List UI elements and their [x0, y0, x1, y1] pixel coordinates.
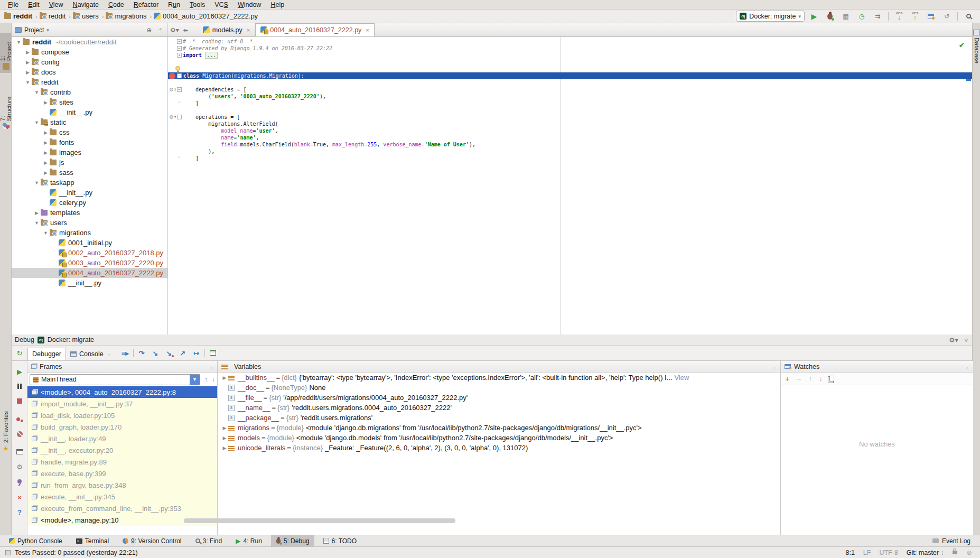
fold-marker[interactable]: + [177, 53, 182, 58]
variable-row[interactable]: 8__doc__={NoneType}None [218, 383, 780, 393]
editor-tab-0004-auto-20160327-2222-py[interactable]: 0004_auto_20160327_2222.py× [255, 23, 375, 36]
frame-row[interactable]: execute, __init__.py:345 [27, 491, 217, 503]
variable-row[interactable]: ▶migrations={module}<module 'django.db.m… [218, 423, 780, 433]
tree-item-contrib[interactable]: ▼contrib [12, 87, 167, 97]
code-line[interactable]: ^ ] [168, 100, 972, 107]
menu-tools[interactable]: Tools [185, 1, 210, 8]
menu-vcs[interactable]: VCS [210, 1, 233, 8]
frame-row[interactable]: handle, migrate.py:89 [27, 456, 217, 468]
frame-row[interactable]: execute_from_command_line, __init__.py:3… [27, 503, 217, 514]
menu-code[interactable]: Code [104, 1, 129, 8]
run-configuration-select[interactable]: dj Docker: migrate ▾ [736, 11, 805, 22]
close-icon[interactable]: × [247, 27, 250, 33]
tool-button-find[interactable]: 3: Find [191, 535, 227, 547]
project-panel-header[interactable]: Project ▾ ⊕ ÷ [12, 23, 168, 36]
tree-chevron-icon[interactable]: ▼ [33, 180, 41, 185]
variable-row[interactable]: 8__package__={str}'reddit.users.migratio… [218, 413, 780, 423]
breadcrumb-item[interactable]: reddit [4, 12, 32, 20]
thread-select[interactable]: MainThread ▼ [30, 374, 200, 385]
tool-button-favorites[interactable]: 2: Favorites ★ [0, 408, 12, 457]
step-into-button[interactable]: ↘ [148, 347, 162, 359]
view-link[interactable]: View [675, 374, 689, 382]
stop-button[interactable] [12, 396, 27, 406]
horizontal-scrollbar[interactable] [184, 518, 455, 523]
tree-chevron-icon[interactable]: ▶ [24, 50, 32, 55]
frame-row[interactable]: build_graph, loader.py:170 [27, 421, 217, 433]
tree-item-migrations[interactable]: ▼migrations [12, 228, 167, 238]
expand-chevron-icon[interactable]: ▶ [221, 435, 228, 441]
run-to-cursor-button[interactable]: ↦ [190, 347, 203, 359]
menu-help[interactable]: Help [266, 1, 289, 8]
tree-chevron-icon[interactable]: ▶ [42, 150, 50, 155]
code-line[interactable]: −# Generated by Django 1.9.4 on 2016-03-… [168, 45, 972, 52]
tree-item-templates[interactable]: ▶templates [12, 208, 167, 218]
code-line[interactable] [168, 66, 972, 72]
variable-row[interactable]: ▶__builtins__={dict}{'bytearray': <type … [218, 373, 780, 383]
tree-item-static[interactable]: ▼static [12, 117, 167, 127]
tab-debugger[interactable]: Debugger [27, 348, 66, 360]
view-breakpoints-button[interactable] [12, 414, 27, 424]
run-button[interactable]: ▶ [808, 11, 820, 22]
tool-button-run[interactable]: ▶4: Run [231, 535, 267, 547]
profiler-button[interactable]: ◷ [855, 11, 868, 22]
override-marker-icon[interactable] [170, 115, 173, 119]
tree-item--init-py[interactable]: __init__.py [12, 107, 167, 117]
tree-chevron-icon[interactable]: ▼ [33, 220, 41, 226]
evaluate-expression-button[interactable] [206, 347, 220, 359]
concurrency-diagram-button[interactable]: ⇉ [871, 11, 884, 22]
tree-item-js[interactable]: ▶js [12, 157, 167, 168]
step-over-button[interactable]: ↷ [135, 347, 148, 359]
code-line[interactable]: ^ ] [168, 155, 972, 162]
tree-chevron-icon[interactable]: ▶ [42, 160, 50, 165]
add-watch-button[interactable]: + [785, 375, 789, 383]
tool-button-version-control[interactable]: 9: Version Control [118, 535, 186, 547]
panel-settings-button[interactable]: ⚙▾ [949, 336, 958, 344]
frame-row[interactable]: __init__, executor.py:20 [27, 444, 217, 456]
tab-console[interactable]: Console→ [66, 348, 116, 360]
code-line[interactable]: ↑− dependencies = [ [168, 86, 972, 93]
help-button[interactable]: ? [12, 507, 27, 517]
tree-chevron-icon[interactable]: ▼ [33, 90, 41, 95]
panel-settings-button[interactable]: ⚙▾ [168, 26, 181, 34]
mute-breakpoints-button[interactable] [12, 429, 27, 439]
pause-button[interactable] [12, 381, 27, 392]
expand-chevron-icon[interactable]: ▶ [221, 375, 228, 380]
tree-item-sites[interactable]: ▶sites [12, 97, 167, 107]
move-up-button[interactable]: ↑ [808, 375, 811, 383]
line-separator[interactable]: LF [863, 549, 871, 556]
editor[interactable]: −# -*- coding: utf-8 -*-−# Generated by … [168, 37, 972, 334]
menu-refactor[interactable]: Refactor [129, 1, 163, 8]
tree-item-0002-auto-20160327-2018-py[interactable]: 0002_auto_20160327_2018.py [12, 248, 167, 258]
frame-row[interactable]: run_from_argv, base.py:348 [27, 479, 217, 491]
code-line[interactable]: ('users', '0003_auto_20160327_2220'), [168, 93, 972, 100]
tree-item-docs[interactable]: ▶docs [12, 67, 167, 77]
update-project-button[interactable]: VCS↓ [893, 11, 906, 22]
file-encoding[interactable]: UTF-8 [879, 549, 898, 556]
breakpoint-icon[interactable] [169, 73, 175, 79]
show-execution-point-button[interactable]: ≡▸ [118, 347, 132, 359]
tool-button-terminal[interactable]: >_Terminal [71, 535, 114, 547]
code-line[interactable]: name='name', [168, 134, 972, 141]
fold-marker[interactable]: − [177, 115, 182, 119]
menu-run[interactable]: Run [163, 1, 185, 8]
previous-frame-button[interactable]: ↑ [204, 376, 208, 383]
tool-button-todo[interactable]: 6: TODO [319, 535, 362, 547]
tree-chevron-icon[interactable]: ▶ [42, 100, 50, 105]
tool-button-debug[interactable]: 5: Debug [271, 535, 314, 547]
tool-button-database[interactable]: Database [973, 26, 980, 90]
tree-item-fonts[interactable]: ▶fonts [12, 137, 167, 147]
fold-marker[interactable]: − [177, 73, 182, 78]
code-line[interactable]: −# -*- coding: utf-8 -*- [168, 38, 972, 45]
tree-item--init-py[interactable]: __init__.py [12, 188, 167, 198]
code-line[interactable] [168, 59, 972, 66]
frame-row[interactable]: import_module, __init__.py:37 [27, 398, 217, 410]
debug-button[interactable] [824, 11, 836, 22]
code-line[interactable]: ↑− operations = [ [168, 114, 972, 120]
restore-layout-button[interactable] [12, 447, 27, 457]
tree-item-config[interactable]: ▶config [12, 57, 167, 67]
breadcrumb-item[interactable]: users [73, 12, 99, 20]
hector-icon[interactable]: ☺ [966, 548, 973, 556]
code-line[interactable]: migrations.AlterField( [168, 120, 972, 127]
code-line[interactable] [168, 79, 972, 86]
fold-marker[interactable]: − [177, 39, 182, 44]
